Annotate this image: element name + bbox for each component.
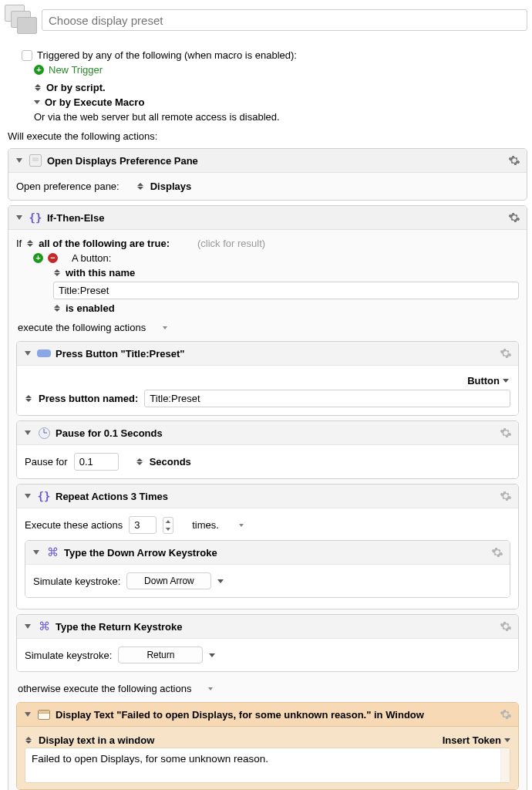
- simulate-label: Simulate keystroke:: [33, 576, 120, 587]
- execute-actions-label: execute the following actions: [18, 322, 146, 333]
- action-pause: Pause for 0.1 Seconds Pause for Seconds: [16, 420, 519, 479]
- or-script-label: Or by script.: [46, 82, 106, 93]
- gear-icon[interactable]: [500, 620, 512, 633]
- updown-icon[interactable]: [26, 238, 34, 249]
- gear-icon[interactable]: [500, 347, 512, 360]
- action-header[interactable]: {} If-Then-Else: [8, 206, 527, 230]
- action-type-return: ⌘ Type the Return Keystroke Simulate key…: [16, 614, 519, 672]
- updown-icon[interactable]: [25, 735, 32, 746]
- chevron-down-icon: [504, 738, 510, 742]
- preference-pane-icon: [29, 154, 42, 167]
- or-script-row[interactable]: Or by script.: [8, 80, 527, 95]
- button-menu[interactable]: Button: [467, 375, 509, 387]
- click-for-result[interactable]: (click for result): [197, 238, 265, 249]
- button-name-input[interactable]: [53, 282, 519, 299]
- keystroke-select[interactable]: Return: [118, 647, 203, 663]
- disclose-toggle[interactable]: [23, 622, 32, 631]
- pause-unit-select[interactable]: Seconds: [150, 456, 191, 468]
- new-trigger-label: New Trigger: [49, 64, 103, 76]
- if-condition-select[interactable]: all of the following are true:: [39, 238, 170, 249]
- chevron-down-icon[interactable]: [163, 326, 167, 329]
- button-state-select[interactable]: is enabled: [66, 302, 115, 314]
- remove-condition-icon[interactable]: −: [48, 253, 58, 263]
- action-header[interactable]: {} Repeat Actions 3 Times: [17, 484, 518, 508]
- disclose-toggle[interactable]: [23, 491, 32, 501]
- braces-icon: {}: [37, 489, 51, 503]
- disclose-toggle[interactable]: [15, 156, 24, 165]
- action-header[interactable]: Pause for 0.1 Seconds: [17, 421, 518, 445]
- resize-handle[interactable]: [500, 748, 510, 782]
- pause-row-label: Pause for: [25, 456, 68, 468]
- button-match-mode[interactable]: with this name: [66, 267, 135, 279]
- disclose-toggle[interactable]: [32, 548, 41, 557]
- disclose-toggle[interactable]: [23, 349, 32, 358]
- chevron-down-icon[interactable]: [209, 653, 215, 657]
- gear-icon[interactable]: [508, 211, 520, 224]
- simulate-label: Simulate keystroke:: [25, 650, 112, 661]
- display-mode-select[interactable]: Display text in a window: [39, 734, 154, 746]
- action-title: If-Then-Else: [47, 212, 503, 224]
- action-header[interactable]: ⌘ Type the Down Arrow Keystroke: [25, 541, 510, 565]
- macro-title-input[interactable]: [42, 9, 527, 31]
- action-title: Press Button "Title:Preset": [56, 348, 495, 360]
- insert-token-menu[interactable]: Insert Token: [443, 734, 510, 746]
- disclose-toggle[interactable]: [23, 710, 32, 719]
- updown-icon[interactable]: [136, 181, 144, 192]
- chevron-down-icon[interactable]: [208, 687, 213, 690]
- action-title: Display Text "Failed to open Displays, f…: [56, 709, 495, 721]
- action-type-down-arrow: ⌘ Type the Down Arrow Keystroke Simulate…: [25, 540, 510, 598]
- gear-icon[interactable]: [500, 490, 512, 502]
- gear-icon[interactable]: [508, 154, 520, 167]
- display-text-area[interactable]: Failed to open Displays, for some unknow…: [25, 748, 510, 783]
- new-trigger-row[interactable]: + New Trigger: [8, 62, 527, 77]
- action-header[interactable]: Open Displays Preference Pane: [8, 149, 527, 173]
- braces-icon: {}: [29, 211, 42, 225]
- open-pane-label: Open preference pane:: [16, 181, 120, 192]
- actions-intro-row: Will execute the following actions:: [8, 124, 527, 143]
- chevron-down-icon[interactable]: [217, 579, 224, 583]
- action-title: Pause for 0.1 Seconds: [56, 427, 495, 439]
- command-icon: ⌘: [45, 545, 59, 559]
- pane-select[interactable]: Displays: [150, 181, 191, 192]
- gear-icon[interactable]: [491, 546, 503, 559]
- trigger-label: Triggered by any of the following (when …: [37, 49, 297, 61]
- disclose-toggle[interactable]: [15, 213, 24, 222]
- press-button-name-input[interactable]: [144, 390, 510, 407]
- condition-label: A button:: [72, 252, 111, 264]
- add-condition-icon[interactable]: +: [33, 253, 43, 263]
- chevron-down-icon[interactable]: [239, 524, 244, 527]
- if-label: If: [16, 238, 22, 249]
- updown-icon[interactable]: [25, 393, 32, 404]
- updown-icon[interactable]: [53, 268, 61, 279]
- updown-icon[interactable]: [53, 303, 61, 314]
- action-open-preference-pane: Open Displays Preference Pane Open prefe…: [8, 148, 527, 201]
- disclose-toggle[interactable]: [23, 428, 32, 437]
- gear-icon[interactable]: [500, 708, 512, 721]
- pause-value-input[interactable]: [74, 453, 119, 471]
- action-title: Type the Return Keystroke: [56, 621, 495, 633]
- otherwise-label: otherwise execute the following actions: [18, 683, 191, 694]
- action-if-then-else: {} If-Then-Else If all of the following …: [8, 205, 527, 790]
- chevron-down-icon: [34, 100, 40, 104]
- updown-icon[interactable]: [136, 457, 143, 468]
- action-header[interactable]: Display Text "Failed to open Displays, f…: [17, 703, 518, 727]
- macro-icon: [5, 5, 35, 35]
- action-header[interactable]: ⌘ Type the Return Keystroke: [17, 615, 518, 639]
- window-icon: [37, 707, 51, 721]
- trigger-row: Triggered by any of the following (when …: [8, 48, 527, 62]
- webserver-note: Or via the web server but all remote acc…: [8, 110, 527, 124]
- display-text-value: Failed to open Displays, for some unknow…: [25, 748, 510, 782]
- trigger-enabled-checkbox[interactable]: [22, 50, 32, 61]
- macro-header: [5, 5, 527, 35]
- keystroke-select[interactable]: Down Arrow: [126, 572, 211, 589]
- action-header[interactable]: Press Button "Title:Preset": [17, 342, 518, 366]
- action-title: Repeat Actions 3 Times: [56, 491, 495, 502]
- or-execute-row[interactable]: Or by Execute Macro: [8, 95, 527, 110]
- command-icon: ⌘: [37, 620, 51, 633]
- repeat-count-input[interactable]: [129, 516, 157, 534]
- chevron-down-icon: [503, 379, 509, 383]
- action-repeat: {} Repeat Actions 3 Times Execute these …: [16, 484, 519, 609]
- gear-icon[interactable]: [500, 427, 512, 439]
- repeat-stepper[interactable]: [163, 517, 173, 534]
- execute-actions-label-row: execute the following actions: [16, 316, 519, 336]
